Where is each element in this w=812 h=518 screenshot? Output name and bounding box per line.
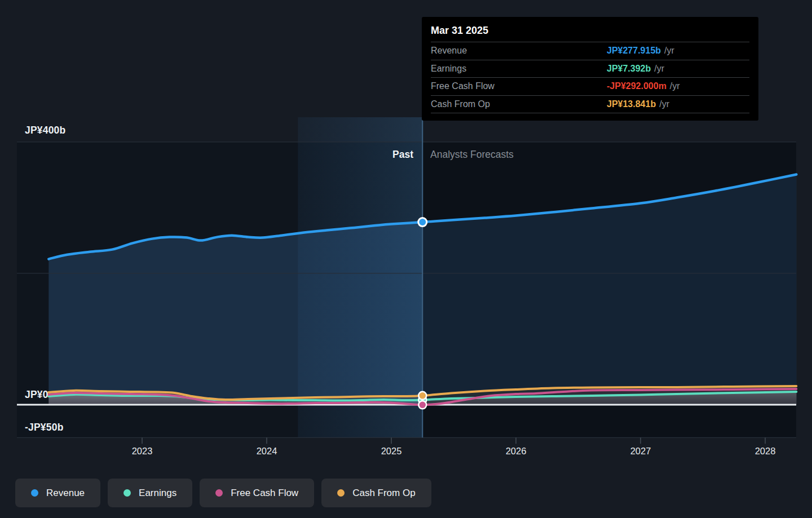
- tooltip-value-earnings: JP¥7.392b: [607, 64, 651, 74]
- past-year-highlight-band: [298, 117, 422, 437]
- revenue-dot-icon: [31, 489, 38, 497]
- free-cash-flow-marker[interactable]: [418, 401, 426, 409]
- chart-tooltip: Mar 31 2025 Revenue JP¥277.915b /yr Earn…: [422, 17, 758, 121]
- legend-item-revenue[interactable]: Revenue: [15, 479, 100, 507]
- analysts-forecasts-label: Analysts Forecasts: [430, 149, 514, 161]
- x-axis-label-2026: 2026: [491, 446, 541, 457]
- earnings-dot-icon: [123, 489, 131, 497]
- past-label: Past: [346, 149, 413, 161]
- tooltip-value-cash-from-op: JP¥13.841b: [607, 99, 656, 109]
- x-axis-label-2028: 2028: [740, 446, 791, 457]
- tooltip-value-revenue: JP¥277.915b: [607, 46, 661, 56]
- legend-label: Cash From Op: [352, 488, 415, 499]
- revenue-marker[interactable]: [418, 218, 427, 227]
- x-axis-label-2024: 2024: [241, 446, 292, 457]
- tooltip-date: Mar 31 2025: [431, 17, 749, 42]
- chart-legend: Revenue Earnings Free Cash Flow Cash Fro…: [15, 479, 431, 507]
- legend-item-earnings[interactable]: Earnings: [108, 479, 192, 507]
- legend-item-cash-from-op[interactable]: Cash From Op: [321, 479, 431, 507]
- tooltip-value-free-cash-flow: -JP¥292.000m: [607, 81, 667, 91]
- cash-from-op-marker[interactable]: [418, 392, 426, 400]
- tooltip-row-free-cash-flow: Free Cash Flow -JP¥292.000m /yr: [431, 77, 749, 95]
- legend-label: Revenue: [46, 488, 85, 499]
- legend-item-free-cash-flow[interactable]: Free Cash Flow: [200, 479, 314, 507]
- tooltip-row-revenue: Revenue JP¥277.915b /yr: [431, 42, 749, 60]
- tooltip-row-earnings: Earnings JP¥7.392b /yr: [431, 60, 749, 78]
- cash-from-op-dot-icon: [337, 489, 345, 497]
- y-axis-label-400b: JP¥400b: [25, 125, 65, 136]
- y-axis-label-0: JP¥0: [25, 389, 48, 401]
- legend-label: Earnings: [139, 488, 176, 499]
- legend-label: Free Cash Flow: [231, 488, 298, 499]
- free-cash-flow-dot-icon: [215, 489, 223, 497]
- y-axis-label-neg50b: -JP¥50b: [25, 422, 64, 433]
- x-axis-label-2027: 2027: [615, 446, 666, 457]
- x-axis-label-2025: 2025: [366, 446, 417, 457]
- earnings-revenue-growth-chart: JP¥400b JP¥0 -JP¥50b Past Analysts Forec…: [0, 0, 812, 518]
- tooltip-row-cash-from-op: Cash From Op JP¥13.841b /yr: [431, 95, 749, 113]
- x-axis-label-2023: 2023: [117, 446, 167, 457]
